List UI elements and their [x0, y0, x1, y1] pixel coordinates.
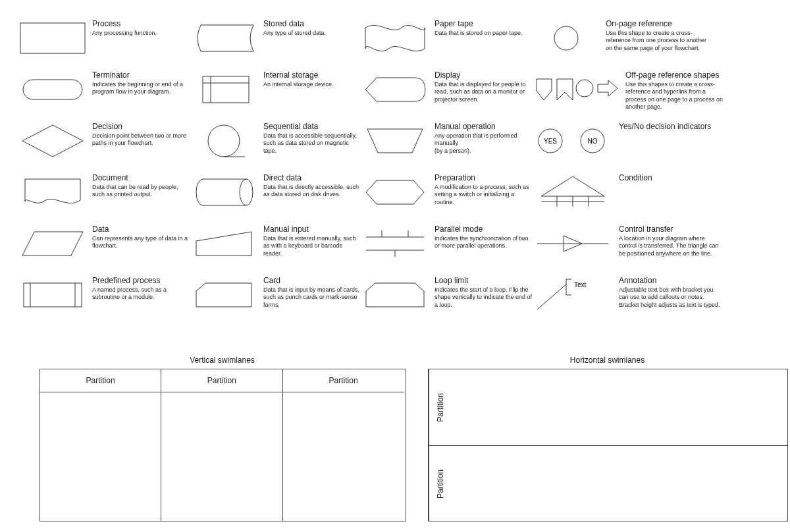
legend-sequential-data: Sequential data Data that is accessible … — [191, 121, 362, 163]
stored-data-icon — [191, 18, 257, 58]
annotation-icon: Text — [533, 275, 612, 315]
svg-marker-33 — [366, 283, 424, 307]
legend-loop-limit: Loop limit Indicates the start of a loop… — [362, 275, 533, 317]
sequential-data-title: Sequential data — [263, 122, 362, 131]
terminator-title: Terminator — [92, 71, 191, 80]
svg-marker-14 — [366, 180, 424, 204]
legend-internal-storage: Internal storage An internal storage dev… — [191, 70, 362, 112]
partition-header: Partition — [40, 369, 161, 392]
document-title: Document — [92, 174, 191, 182]
control-transfer-icon — [533, 224, 612, 263]
stored-data-title: Stored data — [263, 20, 326, 28]
svg-marker-20 — [22, 232, 83, 255]
paper-tape-title: Paper tape — [434, 20, 523, 28]
process-title: Process — [92, 20, 157, 28]
svg-line-34 — [537, 284, 566, 309]
condition-title: Condition — [619, 174, 652, 182]
svg-rect-2 — [23, 80, 82, 99]
off-page-reference-title: Off-page reference shapes — [625, 71, 727, 80]
legend-manual-input: Manual input Data that is entered manual… — [191, 224, 362, 266]
svg-point-8 — [208, 125, 240, 157]
svg-rect-3 — [203, 76, 249, 103]
card-icon — [191, 275, 257, 315]
yes-label: YES — [544, 138, 557, 145]
manual-input-icon — [191, 224, 257, 263]
loop-limit-desc: Indicates the start of a loop. Flip the … — [434, 286, 533, 309]
svg-point-13 — [240, 179, 253, 205]
process-icon — [20, 18, 86, 58]
svg-rect-29 — [24, 283, 82, 307]
svg-rect-0 — [20, 23, 85, 53]
data-title: Data — [92, 225, 191, 234]
paper-tape-icon — [362, 18, 428, 58]
horizontal-swimlanes: Partition Partition — [428, 369, 788, 521]
legend-predefined-process: Predefined process A named process, such… — [20, 275, 191, 317]
document-icon — [20, 173, 86, 212]
manual-input-desc: Data that is entered manually, such as w… — [263, 235, 362, 257]
loop-limit-title: Loop limit — [434, 277, 533, 285]
yes-no-icon: YES NO — [533, 121, 612, 161]
direct-data-desc: Data that is directly accessible, such a… — [263, 184, 362, 199]
legend-row: Decision Decision point between two or m… — [20, 121, 770, 163]
legend-paper-tape: Paper tape Data that is stored on paper … — [362, 18, 533, 61]
preparation-icon — [362, 173, 428, 212]
legend-preparation: Preparation A modification to a process,… — [362, 173, 533, 215]
document-desc: Data that can be read by people, such as… — [92, 184, 191, 199]
horizontal-swimlanes-title: Horizontal swimlanes — [428, 356, 787, 365]
partition-header: Partition — [283, 369, 404, 392]
legend-data: Data Can represents any type of data in … — [20, 224, 191, 266]
legend-manual-operation: Manual operation Any operation that is p… — [362, 121, 533, 163]
horizontal-partition: Partition — [429, 369, 787, 446]
svg-point-1 — [554, 26, 578, 50]
internal-storage-icon — [191, 70, 257, 109]
off-page-reference-desc: Use this shapes to create a cross-refere… — [625, 81, 727, 111]
loop-limit-icon — [362, 275, 428, 315]
preparation-desc: A modification to a process, such as set… — [434, 184, 533, 206]
predefined-process-icon — [20, 275, 86, 315]
internal-storage-desc: An internal storage device. — [263, 81, 334, 88]
legend-document: Document Data that can be read by people… — [20, 173, 191, 215]
sequential-data-icon — [191, 121, 257, 161]
legend-direct-data: Direct data Data that is directly access… — [191, 173, 362, 215]
svg-marker-7 — [22, 125, 83, 157]
parallel-mode-desc: Indicates the synchronization of two or … — [434, 235, 533, 250]
parallel-mode-title: Parallel mode — [434, 225, 533, 234]
terminator-icon — [20, 70, 86, 109]
svg-point-6 — [576, 80, 593, 97]
legend-yes-no: YES NO Yes/No decision indicators — [533, 121, 731, 163]
svg-marker-21 — [196, 232, 251, 255]
legend-row: Predefined process A named process, such… — [20, 275, 770, 317]
vertical-partition: Partition — [161, 369, 282, 521]
vertical-swimlanes-title: Vertical swimlanes — [40, 356, 405, 365]
annotation-title: Annotation — [619, 277, 721, 285]
direct-data-icon — [191, 173, 257, 212]
off-page-reference-icons — [533, 70, 619, 109]
legend-card: Card Data that is input by means of card… — [191, 275, 362, 317]
legend-row: Document Data that can be read by people… — [20, 173, 770, 215]
card-desc: Data that is input by means of cards, su… — [263, 286, 362, 309]
display-icon — [362, 70, 428, 109]
legend-annotation: Text Annotation Adjustable text box with… — [533, 275, 731, 317]
partition-header: Partition — [161, 369, 282, 392]
legend-off-page-reference: Off-page reference shapes Use this shape… — [533, 70, 731, 112]
data-desc: Can represents any type of data in a flo… — [92, 235, 191, 250]
on-page-reference-title: On-page reference — [606, 20, 708, 28]
legend-control-transfer: Control transfer A location in your diag… — [533, 224, 731, 266]
decision-icon — [20, 121, 86, 161]
annotation-label: Text — [574, 281, 587, 288]
manual-operation-icon — [362, 121, 428, 161]
predefined-process-title: Predefined process — [92, 277, 191, 285]
internal-storage-title: Internal storage — [263, 71, 334, 80]
data-icon — [20, 224, 86, 263]
legend-on-page-reference: On-page reference Use this shape to crea… — [533, 18, 731, 61]
display-desc: Data that is displayed for people to rea… — [434, 81, 533, 103]
svg-marker-32 — [196, 283, 251, 307]
no-label: NO — [588, 138, 598, 145]
terminator-desc: Indicates the beginning or end of a prog… — [92, 81, 191, 96]
vertical-swimlanes: Partition Partition Partition — [40, 369, 406, 521]
predefined-process-desc: A named process, such as a subroutine or… — [92, 286, 191, 302]
legend-condition: Condition — [533, 173, 731, 215]
manual-input-title: Manual input — [263, 225, 362, 234]
svg-marker-15 — [541, 176, 604, 196]
legend-decision: Decision Decision point between two or m… — [20, 121, 191, 163]
